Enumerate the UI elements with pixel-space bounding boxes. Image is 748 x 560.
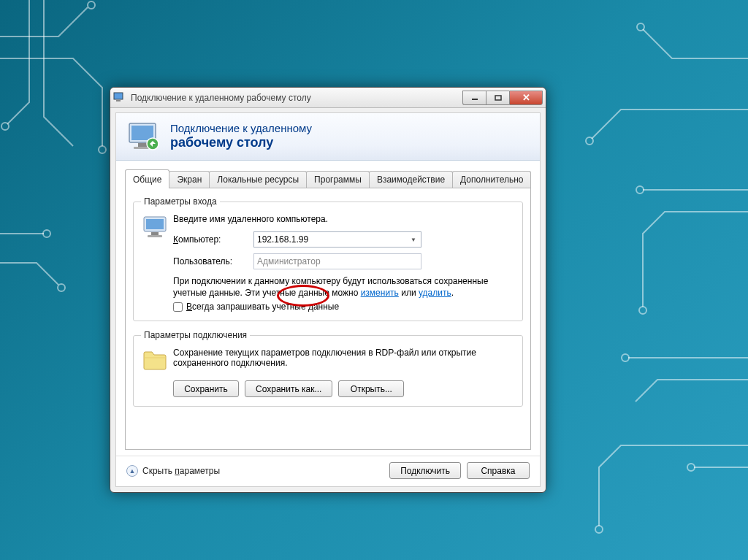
svg-rect-23 [151, 232, 159, 235]
hide-options-link[interactable]: ▲ Скрыть параметры [126, 465, 220, 477]
user-field[interactable]: Администратор [253, 253, 421, 269]
svg-point-4 [58, 284, 65, 291]
tab-general[interactable]: Общие [125, 169, 169, 188]
svg-point-6 [586, 137, 593, 145]
rdp-window: Подключение к удаленному рабочему столу … [110, 87, 546, 493]
svg-rect-15 [495, 96, 501, 100]
login-legend: Параметры входа [141, 196, 220, 207]
svg-point-11 [687, 464, 695, 471]
computer-combobox[interactable]: 192.168.1.99 ▼ [253, 231, 421, 248]
help-button[interactable]: Справка [467, 462, 530, 479]
computer-label: Компьютер: [173, 234, 253, 245]
svg-rect-22 [146, 219, 164, 229]
credentials-text: При подключении к данному компьютеру буд… [173, 275, 515, 299]
window-title: Подключение к удаленному рабочему столу [131, 93, 462, 103]
login-params-group: Параметры входа Введите имя удаленного [133, 196, 523, 321]
svg-point-10 [595, 526, 603, 533]
user-label: Пользователь: [173, 256, 253, 266]
svg-point-1 [99, 146, 106, 153]
tab-experience[interactable]: Взаимодействие [369, 171, 453, 188]
always-ask-checkbox[interactable] [173, 302, 183, 312]
always-ask-label: Всегда запрашивать учетные данные [186, 302, 339, 312]
tab-local-resources[interactable]: Локальные ресурсы [209, 171, 307, 188]
change-credentials-link[interactable]: изменить [361, 288, 399, 298]
bottom-bar: ▲ Скрыть параметры Подключить Справка [116, 456, 540, 486]
svg-rect-13 [116, 100, 121, 101]
rdp-banner-icon [126, 119, 161, 154]
chevron-up-icon: ▲ [126, 465, 138, 477]
tabs: Общие Экран Локальные ресурсы Программы … [125, 169, 531, 188]
svg-point-7 [636, 186, 644, 193]
banner-line1: Подключение к удаленному [170, 122, 312, 135]
connection-text: Сохранение текущих параметров подключени… [173, 348, 515, 368]
login-instruction: Введите имя удаленного компьютера. [173, 214, 515, 224]
connect-button[interactable]: Подключить [389, 462, 461, 479]
svg-rect-18 [138, 143, 147, 147]
minimize-button[interactable] [462, 91, 486, 105]
close-button[interactable]: ✕ [509, 91, 543, 105]
delete-credentials-link[interactable]: удалить [419, 288, 451, 298]
open-button[interactable]: Открыть... [338, 380, 404, 397]
app-icon [113, 91, 126, 104]
user-placeholder: Администратор [257, 256, 321, 266]
banner-line2: рабочему столу [170, 135, 312, 151]
chevron-down-icon: ▼ [408, 234, 419, 245]
svg-rect-24 [148, 235, 162, 237]
tab-advanced[interactable]: Дополнительно [452, 171, 531, 188]
folder-icon [141, 348, 173, 376]
svg-point-0 [88, 1, 95, 9]
tab-programs[interactable]: Программы [306, 171, 370, 188]
computer-icon [141, 214, 173, 312]
connection-legend: Параметры подключения [141, 330, 250, 340]
svg-point-5 [637, 23, 644, 31]
save-as-button[interactable]: Сохранить как... [245, 380, 332, 397]
connection-params-group: Параметры подключения Сохранение текущих… [133, 330, 523, 407]
svg-point-8 [639, 307, 646, 314]
tab-panel-general: Параметры входа Введите имя удаленного [125, 188, 531, 450]
banner: Подключение к удаленному рабочему столу [116, 113, 540, 161]
svg-point-3 [43, 230, 50, 237]
content-area: Подключение к удаленному рабочему столу … [115, 112, 541, 487]
save-button[interactable]: Сохранить [173, 380, 239, 397]
titlebar[interactable]: Подключение к удаленному рабочему столу … [110, 88, 546, 108]
svg-point-2 [1, 123, 9, 130]
maximize-button[interactable] [486, 91, 509, 105]
svg-point-9 [622, 354, 629, 361]
tab-display[interactable]: Экран [169, 171, 210, 188]
svg-rect-12 [114, 93, 123, 99]
computer-value: 192.168.1.99 [257, 234, 308, 245]
hide-options-label: Скрыть параметры [142, 466, 220, 476]
